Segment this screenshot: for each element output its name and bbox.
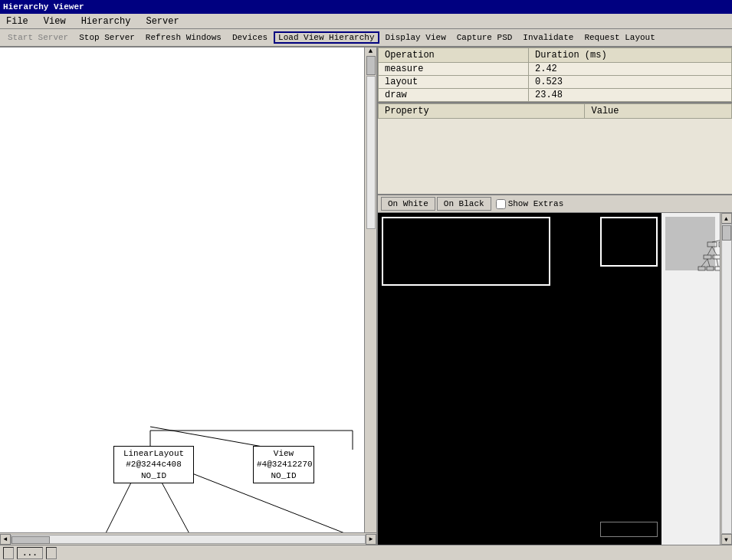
svg-rect-11 [719, 242, 720, 247]
status-segment-1 [3, 547, 14, 559]
preview-bottom-rect [600, 522, 658, 537]
perf-col-duration: Duration (ms) [528, 48, 731, 63]
prop-col-value: Value [585, 104, 732, 119]
node-view-noid: NO_ID [257, 470, 310, 481]
svg-line-17 [712, 235, 720, 242]
right-scroll-up[interactable]: ▲ [721, 213, 732, 224]
tab-row: On White On Black Show Extras [378, 195, 732, 213]
scroll-track-v[interactable] [366, 76, 376, 229]
devices-button[interactable]: Devices [228, 31, 272, 44]
perf-col-operation: Operation [379, 48, 529, 63]
menu-server[interactable]: Server [143, 15, 182, 28]
h-scrollbar[interactable]: ◄ ► [0, 532, 376, 545]
preview-right-rect [600, 217, 658, 267]
node-view-name: View [257, 448, 310, 459]
svg-rect-24 [704, 255, 711, 259]
svg-rect-41 [707, 267, 714, 270]
menu-file[interactable]: File [3, 15, 31, 28]
hierarchy-canvas[interactable]: LinearLayout #2@3244c408 NO_ID View #4@3… [0, 47, 376, 532]
show-extras-label: Show Extras [496, 199, 564, 209]
menu-hierarchy[interactable]: Hierarchy [78, 15, 134, 28]
mini-map [661, 213, 720, 545]
main-area: LinearLayout #2@3244c408 NO_ID View #4@3… [0, 47, 732, 545]
status-segment-3 [46, 547, 57, 559]
perf-table: Operation Duration (ms) measure 2.42 lay… [378, 47, 732, 102]
perf-row-draw: draw 23.48 [379, 89, 732, 102]
svg-rect-10 [707, 242, 717, 247]
show-extras-text: Show Extras [508, 199, 564, 208]
h-scroll-track[interactable] [11, 535, 366, 544]
right-panel: Operation Duration (ms) measure 2.42 lay… [378, 47, 732, 545]
node-linearlayout-id: #2@3244c408 [117, 459, 190, 470]
scroll-right-arrow[interactable]: ► [366, 534, 376, 545]
svg-line-32 [707, 247, 712, 255]
display-view-button[interactable]: Display View [381, 31, 451, 44]
perf-draw-label: draw [379, 89, 529, 102]
status-segment-2: ... [17, 547, 43, 559]
perf-measure-value: 2.42 [528, 63, 731, 76]
perf-measure-label: measure [379, 63, 529, 76]
scroll-left-arrow[interactable]: ◄ [0, 534, 11, 545]
perf-draw-value: 23.48 [528, 89, 731, 102]
svg-rect-42 [715, 267, 720, 270]
right-scrollbar[interactable]: ▲ ▼ [720, 213, 732, 545]
toolbar: Start Server Stop Server Refresh Windows… [0, 29, 732, 47]
svg-rect-25 [713, 255, 720, 259]
load-view-hierarchy-button[interactable]: Load View Hierarchy [274, 31, 379, 44]
on-black-tab[interactable]: On Black [437, 197, 491, 211]
node-linearlayout-name: LinearLayout [117, 448, 190, 459]
prop-table: Property Value [378, 103, 732, 119]
title-text: Hierarchy Viewer [3, 2, 84, 11]
request-layout-button[interactable]: Request Layout [579, 31, 659, 44]
status-bar: ... [0, 545, 732, 560]
on-white-tab[interactable]: On White [381, 197, 435, 211]
svg-line-51 [717, 259, 718, 267]
perf-layout-value: 0.523 [528, 76, 731, 89]
menu-view[interactable]: View [41, 15, 69, 28]
right-scroll-down[interactable]: ▼ [721, 534, 732, 545]
perf-layout-label: layout [379, 76, 529, 89]
perf-table-container: Operation Duration (ms) measure 2.42 lay… [378, 47, 732, 103]
node-linearlayout[interactable]: LinearLayout #2@3244c408 NO_ID [113, 446, 194, 483]
invalidate-button[interactable]: Invalidate [518, 31, 578, 44]
mini-map-svg [661, 213, 720, 545]
svg-line-49 [701, 259, 707, 267]
black-preview [378, 213, 661, 545]
left-area: LinearLayout #2@3244c408 NO_ID View #4@3… [0, 47, 378, 545]
prop-table-container: Property Value [378, 103, 732, 195]
preview-panels: ▲ ▼ [378, 213, 732, 545]
h-scroll-thumb[interactable] [11, 536, 50, 544]
left-vscrollbar[interactable]: ▲ [364, 47, 376, 532]
svg-line-33 [712, 247, 717, 255]
prop-col-property: Property [379, 104, 585, 119]
show-extras-checkbox[interactable] [496, 199, 506, 209]
right-scroll-thumb[interactable] [722, 225, 731, 241]
stop-server-button[interactable]: Stop Server [74, 31, 140, 44]
refresh-windows-button[interactable]: Refresh Windows [141, 31, 226, 44]
svg-rect-40 [698, 267, 705, 270]
menu-bar: File View Hierarchy Server [0, 14, 732, 29]
perf-row-layout: layout 0.523 [379, 76, 732, 89]
preview-main-rect [382, 217, 550, 286]
scroll-up-arrow[interactable]: ▲ [365, 47, 376, 55]
status-dots[interactable]: ... [22, 549, 38, 558]
node-view[interactable]: View #4@32412270 NO_ID [253, 446, 314, 483]
node-view-id: #4@32412270 [257, 459, 310, 470]
right-scroll-track[interactable] [721, 224, 732, 534]
perf-row-measure: measure 2.42 [379, 63, 732, 76]
svg-line-50 [707, 259, 710, 267]
capture-psd-button[interactable]: Capture PSD [452, 31, 517, 44]
scroll-thumb-v[interactable] [366, 56, 376, 75]
node-linearlayout-noid: NO_ID [117, 470, 190, 481]
title-bar: Hierarchy Viewer [0, 0, 732, 14]
start-server-button[interactable]: Start Server [3, 31, 73, 44]
